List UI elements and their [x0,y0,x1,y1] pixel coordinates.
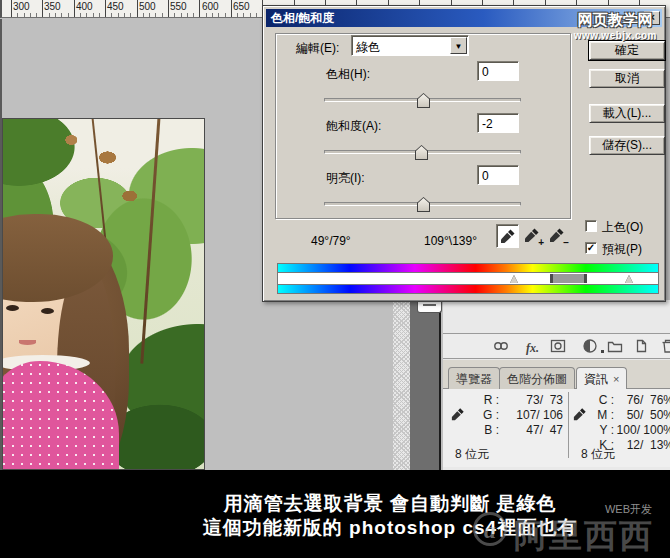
ruler-label: 350 [44,1,61,12]
channel-value: 47/ 47 [499,423,563,438]
tab-label: 資訊 [584,372,608,386]
saturation-input[interactable]: -2 [477,113,519,133]
tab-histogram[interactable]: 色階分佈圖 [499,367,575,389]
panel-dock-strip [410,300,441,470]
tab-close-icon[interactable]: × [613,373,619,385]
colorize-checkbox-row: 上色(O) [585,220,643,234]
dialog-titlebar[interactable]: 色相/飽和度 × [266,9,662,27]
hue-input[interactable]: 0 [477,61,519,81]
info-row: M :50/ 50% [586,408,670,423]
range-falloff-handle-right[interactable] [625,275,633,283]
channel-label: Y : [586,423,614,438]
ruler-label: 650 [233,1,250,12]
saturation-slider[interactable] [324,150,521,154]
branch-shape [140,118,160,364]
ruler-label: 550 [170,1,187,12]
minus-glyph: − [563,237,569,248]
divider [568,392,569,458]
channel-value: 50/ 50% [614,408,670,423]
info-panel: R :73/ 73 G :107/ 106 B :47/ 47 C :76/ 7… [443,389,670,467]
channel-label: G : [471,408,499,423]
hue-range-readout: 109°\139° [424,234,477,248]
caption-line1: 用滴管去選取背景 會自動判斷 是綠色 [110,492,670,516]
eyedropper-sample-button[interactable] [496,224,519,248]
close-icon[interactable]: × [644,11,660,25]
eyedropper-icon [573,407,587,421]
hue-label: 色相(H): [326,66,370,83]
channel-label: R : [471,393,499,408]
new-layer-icon[interactable] [633,338,651,356]
info-cmyk-readout: C :76/ 76% M :50/ 50% Y :100/ 100% K :12… [586,393,670,453]
channel-label: M : [586,408,614,423]
cancel-button[interactable]: 取消 [589,69,665,88]
channel-value: 76/ 76% [614,393,670,408]
load-button[interactable]: 載入(L)... [589,104,665,123]
ruler-label: 500 [139,1,156,12]
eye-shape [41,308,54,314]
hue-range-falloff-readout: 49°/79° [311,234,351,248]
eyedropper-subtract-button[interactable]: − [546,224,569,248]
colorize-label: 上色(O) [602,220,643,234]
edit-channel-dropdown[interactable]: 綠色 ▼ [351,35,469,56]
hue-saturation-dialog: 色相/飽和度 × 网页教学网 www.webjx.com 編輯(E): 綠色 ▼… [262,5,666,302]
menu-dot [601,350,604,353]
channel-value: 100/ 100% [614,423,670,438]
preview-label: 預視(P) [602,242,642,256]
channel-label: B : [471,423,499,438]
edit-label: 編輯(E): [296,40,339,57]
new-group-folder-icon[interactable] [607,338,625,356]
alixixi-watermark: 阿里西西 [514,514,654,558]
ruler-label: 300 [13,1,30,12]
photo-canvas[interactable] [2,118,205,470]
hue-slider[interactable] [324,98,521,102]
trash-icon[interactable] [660,338,670,356]
eye-shape [6,305,19,311]
info-row: B :47/ 47 [471,423,563,438]
lightness-slider[interactable] [324,202,521,206]
ok-button[interactable]: 確定 [589,41,665,60]
adjustment-layer-icon[interactable] [582,338,600,356]
colorize-checkbox[interactable] [585,220,597,232]
lightness-label: 明亮(I): [326,170,365,187]
layers-panel-toolbar: fx. [443,333,670,359]
hue-range-control[interactable] [277,273,659,284]
pasteboard-texture [393,300,410,470]
channel-value: 12/ 13% [614,438,670,453]
channel-value: 73/ 73 [499,393,563,408]
preview-checkbox[interactable]: ✓ [585,242,597,254]
photoshop-workspace: 300 350 400 450 500 550 600 650 fx. [0,0,670,558]
info-row: C :76/ 76% [586,393,670,408]
range-falloff-handle-left[interactable] [510,275,518,283]
layer-mask-icon[interactable] [550,338,568,356]
info-row: Y :100/ 100% [586,423,670,438]
tab-navigator[interactable]: 導覽器 [448,367,500,389]
hue-preview-bar [277,284,659,294]
channel-label: C : [586,393,614,408]
tab-info[interactable]: 資訊× [576,367,627,389]
tab-label: 導覽器 [456,372,492,386]
mouth-shape [19,340,36,345]
chevron-down-icon[interactable]: ▼ [450,37,467,54]
panel-tab-strip: 導覽器 色階分佈圖 資訊× [443,360,670,389]
dropdown-value: 綠色 [356,39,380,56]
caption-bar: 用滴管去選取背景 會自動判斷 是綠色 這個功能新版的 photoshop cs4… [0,470,670,558]
alixixi-logo-icon: a [473,512,507,546]
watermark-url: www.webjx.com [574,30,657,41]
save-button[interactable]: 儲存(S)... [589,136,665,155]
layer-style-fx-icon[interactable]: fx. [526,341,544,359]
eyedropper-add-button[interactable]: + [521,224,544,248]
tab-label: 色階分佈圖 [507,372,567,386]
link-layers-icon[interactable] [493,338,511,356]
ruler-label: 400 [76,1,93,12]
saturation-label: 飽和度(A): [326,118,381,135]
dialog-title: 色相/飽和度 [271,11,334,25]
hue-reference-bar [277,263,659,273]
adjustment-groupbox [275,33,571,219]
bit-depth-label: 8 位元 [455,446,489,463]
range-selection-bar[interactable] [550,274,587,283]
lightness-input[interactable]: 0 [477,165,519,185]
channel-value: 107/ 106 [499,408,563,423]
bit-depth-label: 8 位元 [581,446,615,463]
ruler-label: 600 [202,1,219,12]
eyedropper-icon [451,407,465,421]
